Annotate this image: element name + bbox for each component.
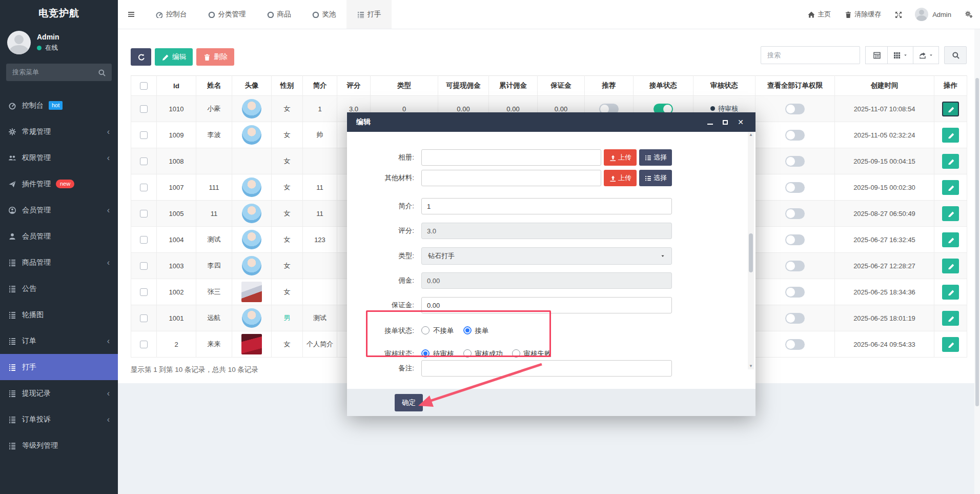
tab-奖池[interactable]: 奖池	[301, 0, 346, 29]
sidebar-item-常规管理[interactable]: 常规管理 ‹	[0, 118, 118, 145]
maximize-button[interactable]	[720, 116, 731, 128]
radio-option-接单[interactable]: 接单	[463, 327, 489, 334]
column-header[interactable]: 头像	[232, 76, 272, 96]
row-checkbox[interactable]	[140, 262, 148, 270]
choose-button[interactable]: 选择	[639, 170, 672, 186]
column-header[interactable]: 姓名	[196, 76, 232, 96]
album-input[interactable]	[421, 149, 601, 166]
upload-button[interactable]: 上传	[604, 170, 637, 186]
minimize-button[interactable]	[704, 116, 716, 128]
order-permission-toggle[interactable]	[785, 287, 805, 298]
row-checkbox[interactable]	[140, 341, 148, 348]
column-header[interactable]: Id	[157, 76, 196, 96]
row-checkbox[interactable]	[140, 210, 148, 218]
sidebar-item-权限管理[interactable]: 权限管理 ‹	[0, 145, 118, 171]
sidebar-item-等级列管理[interactable]: 等级列管理	[0, 432, 118, 459]
radio-option-审核失败[interactable]: 审核失败	[512, 350, 552, 358]
sidebar-item-控制台[interactable]: 控制台 hot	[0, 92, 118, 118]
deposit-input[interactable]	[421, 297, 672, 313]
order-permission-toggle[interactable]	[785, 104, 805, 114]
choose-button[interactable]: 选择	[639, 149, 672, 166]
radio-icon[interactable]	[512, 349, 520, 358]
row-edit-button[interactable]	[942, 232, 959, 247]
column-header[interactable]: 累计佣金	[489, 76, 538, 96]
column-header[interactable]: 查看全部订单权限	[756, 76, 835, 96]
row-edit-button[interactable]	[942, 337, 959, 352]
columns-button[interactable]	[888, 46, 913, 64]
column-header[interactable]: 推荐	[585, 76, 634, 96]
type-select[interactable]: 钻石打手	[421, 247, 672, 265]
sidebar-item-订单[interactable]: 订单 ‹	[0, 328, 118, 354]
sidebar-item-会员管理[interactable]: 会员管理	[0, 223, 118, 249]
user-menu[interactable]: Admin	[915, 8, 951, 21]
remark-input[interactable]	[421, 360, 672, 377]
sidebar-item-会员管理[interactable]: 会员管理 ‹	[0, 197, 118, 223]
fullscreen-button[interactable]	[894, 11, 902, 18]
order-permission-toggle[interactable]	[785, 339, 805, 350]
order-permission-toggle[interactable]	[785, 182, 805, 193]
row-checkbox[interactable]	[140, 288, 148, 296]
row-checkbox[interactable]	[140, 131, 148, 139]
tab-打手[interactable]: 打手	[346, 0, 392, 29]
row-edit-button[interactable]	[942, 180, 959, 195]
confirm-button[interactable]: 确定	[395, 394, 423, 411]
column-header[interactable]: 性别	[272, 76, 303, 96]
edit-button[interactable]: 编辑	[155, 48, 193, 66]
close-icon[interactable]: ✕	[735, 116, 746, 128]
row-edit-button[interactable]	[942, 259, 959, 273]
radio-option-审核成功[interactable]: 审核成功	[463, 350, 503, 358]
upload-button[interactable]: 上传	[604, 149, 637, 166]
page-scrollbar[interactable]	[974, 29, 980, 494]
sidebar-item-轮播图[interactable]: 轮播图	[0, 302, 118, 328]
search-button[interactable]	[944, 46, 967, 64]
tab-控制台[interactable]: 控制台	[145, 0, 197, 29]
order-permission-toggle[interactable]	[785, 261, 805, 271]
column-header[interactable]: 接单状态	[634, 76, 693, 96]
dialog-header[interactable]: 编辑 ✕	[347, 112, 756, 132]
column-header[interactable]: 简介	[303, 76, 337, 96]
row-edit-button[interactable]	[942, 285, 959, 300]
row-checkbox[interactable]	[140, 314, 148, 322]
row-checkbox[interactable]	[140, 236, 148, 244]
other-material-input[interactable]	[421, 170, 601, 186]
refresh-button[interactable]	[131, 48, 151, 66]
column-header[interactable]: 类型	[371, 76, 438, 96]
export-button[interactable]	[913, 46, 939, 64]
scrollbar-thumb[interactable]	[975, 78, 979, 406]
order-permission-toggle[interactable]	[785, 156, 805, 167]
delete-button[interactable]: 删除	[196, 48, 234, 66]
column-header[interactable]: 操作	[934, 76, 967, 96]
order-permission-toggle[interactable]	[785, 313, 805, 324]
radio-icon[interactable]	[421, 326, 430, 334]
row-checkbox[interactable]	[140, 184, 148, 191]
scroll-down-icon[interactable]: ▼	[748, 363, 754, 369]
sidebar-item-商品管理[interactable]: 商品管理 ‹	[0, 249, 118, 275]
tab-分类管理[interactable]: 分类管理	[197, 0, 256, 29]
sidebar-item-公告[interactable]: 公告	[0, 275, 118, 302]
tab-商品[interactable]: 商品	[256, 0, 301, 29]
row-edit-button[interactable]	[942, 206, 959, 221]
column-header[interactable]: 保证金	[538, 76, 585, 96]
select-all-checkbox[interactable]	[140, 82, 148, 90]
column-header[interactable]: 审核状态	[693, 76, 756, 96]
settings-button[interactable]	[965, 10, 973, 18]
order-permission-toggle[interactable]	[785, 130, 805, 141]
row-checkbox[interactable]	[140, 157, 148, 165]
radio-icon[interactable]	[421, 349, 430, 358]
detail-view-button[interactable]	[865, 46, 888, 64]
clear-cache-link[interactable]: 清除缓存	[844, 10, 881, 19]
row-checkbox[interactable]	[140, 105, 148, 113]
order-permission-toggle[interactable]	[785, 234, 805, 245]
menu-toggle-button[interactable]	[118, 0, 145, 29]
row-edit-button[interactable]	[942, 154, 959, 169]
row-edit-button[interactable]	[942, 311, 959, 326]
sidebar-search-input[interactable]: 搜索菜单	[6, 64, 112, 81]
row-edit-button[interactable]	[942, 102, 959, 116]
sidebar-item-打手[interactable]: 打手	[0, 354, 118, 380]
sidebar-item-插件管理[interactable]: 插件管理 new	[0, 171, 118, 197]
table-search-input[interactable]	[761, 46, 860, 64]
radio-icon[interactable]	[463, 349, 472, 358]
column-header[interactable]: 评分	[337, 76, 371, 96]
radio-option-不接单[interactable]: 不接单	[421, 327, 454, 334]
column-header[interactable]: 可提现佣金	[438, 76, 489, 96]
